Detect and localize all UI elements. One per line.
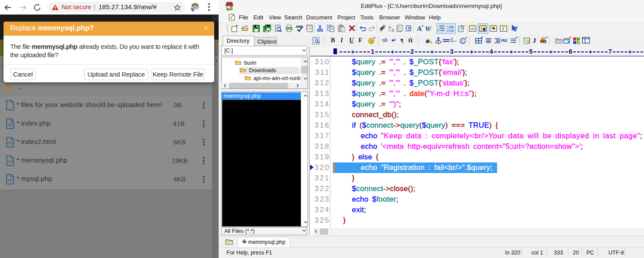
svg-text:2: 2 [447, 29, 449, 32]
svg-text:</>: </> [7, 141, 14, 146]
svg-text:</>: </> [7, 178, 14, 183]
svg-text:F: F [502, 26, 505, 31]
svg-text:B: B [392, 28, 394, 32]
svg-text:W: W [426, 26, 433, 32]
svg-text:</>: </> [7, 159, 14, 164]
svg-text:H: H [308, 26, 311, 30]
svg-text:A: A [388, 25, 391, 29]
svg-text:C: C [461, 39, 464, 44]
svg-text:?: ? [515, 26, 518, 32]
svg-text:CD: CD [449, 29, 454, 32]
svg-text:</>: </> [7, 122, 14, 127]
svg-text:A: A [417, 25, 422, 32]
